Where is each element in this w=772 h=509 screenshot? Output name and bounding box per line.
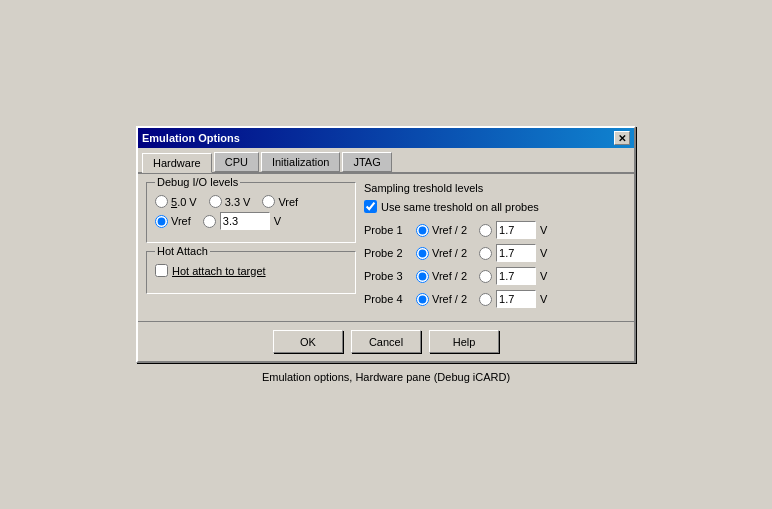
use-same-label: Use same treshold on all probes bbox=[381, 201, 539, 213]
io-5v-label[interactable]: 5.0 V bbox=[155, 195, 197, 208]
tab-hardware[interactable]: Hardware bbox=[142, 153, 212, 173]
use-same-row: Use same treshold on all probes bbox=[364, 200, 626, 213]
hot-attach-checkbox[interactable] bbox=[155, 264, 168, 277]
probe-1-custom-label[interactable] bbox=[479, 224, 492, 237]
io-vref1-label[interactable]: Vref bbox=[262, 195, 298, 208]
tab-initialization[interactable]: Initialization bbox=[261, 152, 340, 172]
probe-2-row: Probe 2 Vref / 2 V bbox=[364, 244, 626, 262]
probe-1-input[interactable] bbox=[496, 221, 536, 239]
probe-2-unit: V bbox=[540, 247, 547, 259]
tab-jtag[interactable]: JTAG bbox=[342, 152, 391, 172]
caption-text: Emulation options, Hardware pane (Debug … bbox=[262, 371, 510, 383]
use-same-checkbox[interactable] bbox=[364, 200, 377, 213]
probe-3-input[interactable] bbox=[496, 267, 536, 285]
title-bar: Emulation Options ✕ bbox=[138, 128, 634, 148]
probe-4-custom-label[interactable] bbox=[479, 293, 492, 306]
probe-1-custom-radio[interactable] bbox=[479, 224, 492, 237]
io-vref2-radio[interactable] bbox=[155, 215, 168, 228]
probe-3-row: Probe 3 Vref / 2 V bbox=[364, 267, 626, 285]
close-button[interactable]: ✕ bbox=[614, 131, 630, 145]
emulation-options-dialog: Emulation Options ✕ Hardware CPU Initial… bbox=[136, 126, 636, 363]
io-vref2-label[interactable]: Vref bbox=[155, 215, 191, 228]
io-row1: 5.0 V 3.3 V Vref bbox=[155, 195, 347, 208]
probe-4-vref-text: Vref / 2 bbox=[432, 293, 467, 305]
probe-1-unit: V bbox=[540, 224, 547, 236]
left-panel: Debug I/O levels 5.0 V 3.3 V Vref bbox=[146, 182, 356, 313]
probe-1-name: Probe 1 bbox=[364, 224, 412, 236]
probe-3-custom-radio[interactable] bbox=[479, 270, 492, 283]
help-button[interactable]: Help bbox=[429, 330, 499, 353]
probe-4-row: Probe 4 Vref / 2 V bbox=[364, 290, 626, 308]
probe-3-unit: V bbox=[540, 270, 547, 282]
io-3v3-label[interactable]: 3.3 V bbox=[209, 195, 251, 208]
title-bar-text: Emulation Options bbox=[142, 132, 240, 144]
io-vref2-text: Vref bbox=[171, 215, 191, 227]
io-vref1-text: Vref bbox=[278, 196, 298, 208]
probe-2-radio-label[interactable]: Vref / 2 bbox=[416, 247, 467, 260]
hot-attach-text: Hot attach to target bbox=[172, 265, 266, 277]
sampling-header: Sampling treshold levels bbox=[364, 182, 626, 194]
io-5v-radio[interactable] bbox=[155, 195, 168, 208]
io-custom-input[interactable] bbox=[220, 212, 270, 230]
probe-4-vref-radio[interactable] bbox=[416, 293, 429, 306]
io-3v3-text: 3.3 V bbox=[225, 196, 251, 208]
probe-2-custom-label[interactable] bbox=[479, 247, 492, 260]
probe-1-row: Probe 1 Vref / 2 V bbox=[364, 221, 626, 239]
probe-2-custom-radio[interactable] bbox=[479, 247, 492, 260]
probe-3-vref-text: Vref / 2 bbox=[432, 270, 467, 282]
content-area: Debug I/O levels 5.0 V 3.3 V Vref bbox=[138, 174, 634, 321]
io-custom-radio[interactable] bbox=[203, 215, 216, 228]
probe-3-radio-label[interactable]: Vref / 2 bbox=[416, 270, 467, 283]
probe-3-vref-radio[interactable] bbox=[416, 270, 429, 283]
probe-2-vref-radio[interactable] bbox=[416, 247, 429, 260]
io-3v3-radio[interactable] bbox=[209, 195, 222, 208]
debug-io-group: Debug I/O levels 5.0 V 3.3 V Vref bbox=[146, 182, 356, 243]
hot-attach-row: Hot attach to target bbox=[155, 264, 347, 277]
io-vref1-radio[interactable] bbox=[262, 195, 275, 208]
button-row: OK Cancel Help bbox=[138, 321, 634, 361]
probe-3-name: Probe 3 bbox=[364, 270, 412, 282]
tab-cpu[interactable]: CPU bbox=[214, 152, 259, 172]
hot-attach-group: Hot Attach Hot attach to target bbox=[146, 251, 356, 294]
io-row2: Vref V bbox=[155, 212, 347, 230]
probe-4-input[interactable] bbox=[496, 290, 536, 308]
probe-4-name: Probe 4 bbox=[364, 293, 412, 305]
tabs-bar: Hardware CPU Initialization JTAG bbox=[138, 148, 634, 174]
probe-4-custom-radio[interactable] bbox=[479, 293, 492, 306]
probe-1-vref-text: Vref / 2 bbox=[432, 224, 467, 236]
probe-1-radio-label[interactable]: Vref / 2 bbox=[416, 224, 467, 237]
probe-2-vref-text: Vref / 2 bbox=[432, 247, 467, 259]
probe-2-input[interactable] bbox=[496, 244, 536, 262]
probe-4-unit: V bbox=[540, 293, 547, 305]
cancel-button[interactable]: Cancel bbox=[351, 330, 421, 353]
ok-button[interactable]: OK bbox=[273, 330, 343, 353]
probe-4-radio-label[interactable]: Vref / 2 bbox=[416, 293, 467, 306]
probe-1-vref-radio[interactable] bbox=[416, 224, 429, 237]
io-v-unit: V bbox=[274, 215, 281, 227]
debug-io-label: Debug I/O levels bbox=[155, 176, 240, 188]
right-panel: Sampling treshold levels Use same tresho… bbox=[364, 182, 626, 313]
probe-2-name: Probe 2 bbox=[364, 247, 412, 259]
probe-3-custom-label[interactable] bbox=[479, 270, 492, 283]
hot-attach-label: Hot Attach bbox=[155, 245, 210, 257]
io-custom-label[interactable] bbox=[203, 215, 216, 228]
io-5v-text: 5.0 V bbox=[171, 196, 197, 208]
